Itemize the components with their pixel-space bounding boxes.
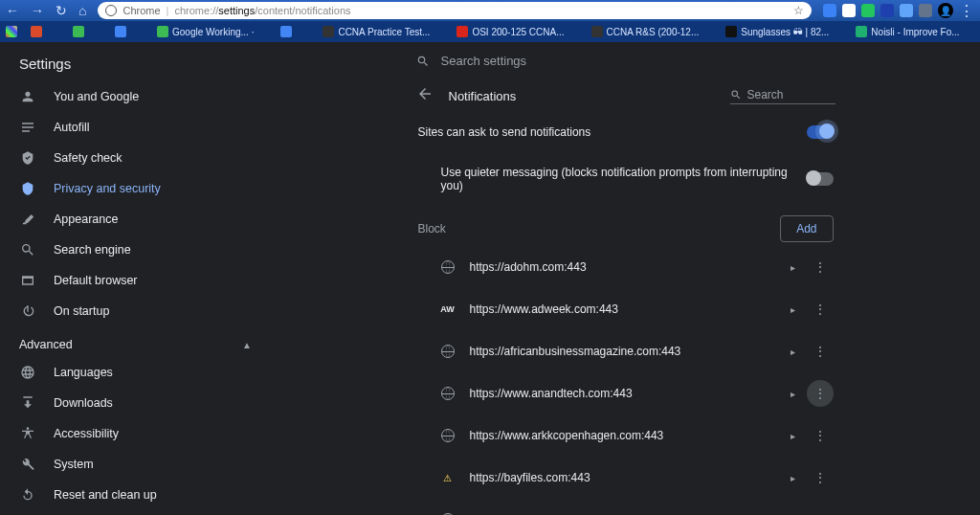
sidebar-item-label: Default browser: [54, 274, 138, 287]
ext-icon[interactable]: [823, 4, 836, 17]
block-section-label: Block: [418, 222, 446, 235]
sidebar-item-label: Privacy and security: [54, 182, 161, 195]
sidebar-item-on-startup[interactable]: On startup: [0, 296, 271, 326]
bookmark-item[interactable]: Noisli - Improve Fo...: [856, 26, 959, 37]
ext-icon[interactable]: [919, 4, 932, 17]
sidebar-item-you-and-google[interactable]: You and Google: [0, 81, 271, 112]
site-actions-menu[interactable]: ⋮: [807, 380, 834, 407]
site-expand-button[interactable]: ▸: [780, 304, 807, 315]
ext-icon[interactable]: [880, 4, 894, 17]
bookmark-item[interactable]: [115, 26, 130, 37]
bookmark-item[interactable]: [31, 26, 46, 37]
sidebar-item-label: Reset and clean up: [54, 488, 157, 502]
bookmarks-bar: Google Working... ·CCNA Practice Test...…: [0, 21, 980, 42]
bookmark-item[interactable]: OSI 200-125 CCNA...: [457, 26, 564, 37]
sidebar-item-safety-check[interactable]: Safety check: [0, 143, 271, 173]
sidebar-item-system[interactable]: System: [0, 449, 271, 480]
bookmark-item[interactable]: Sunglasses 🕶 | 82...: [725, 26, 829, 37]
ext-icon[interactable]: [842, 4, 856, 17]
sidebar-advanced-label: Advanced: [19, 338, 73, 351]
toggle-ask-notifications-label: Sites can ask to send notifications: [418, 125, 807, 139]
browser-toolbar: ← → ↻ ⌂ Chrome | chrome://settings/conte…: [0, 0, 980, 21]
site-expand-button[interactable]: ▸: [780, 347, 807, 357]
bookmark-star-icon[interactable]: ☆: [793, 4, 804, 17]
site-actions-menu[interactable]: ⋮: [807, 506, 834, 515]
panel-content: Sites can ask to send notifications Use …: [416, 112, 835, 515]
extension-icons: 👤 ⋮: [823, 2, 974, 20]
person-icon: [19, 88, 36, 105]
sidebar-item-label: Search engine: [54, 243, 131, 257]
settings-title: Settings: [0, 42, 271, 81]
toggle-ask-notifications[interactable]: [807, 125, 834, 139]
sidebar-item-languages[interactable]: Languages: [0, 357, 271, 388]
sidebar-advanced-toggle[interactable]: Advanced ▲: [0, 326, 271, 357]
site-url: https://www.anandtech.com:443: [457, 387, 780, 400]
sidebar-item-autofill[interactable]: Autofill: [0, 112, 271, 143]
autofill-icon: [19, 119, 36, 136]
ext-icon[interactable]: [861, 4, 875, 17]
site-expand-button[interactable]: ▸: [780, 389, 807, 399]
site-actions-menu[interactable]: ⋮: [807, 338, 834, 365]
site-expand-button[interactable]: ▸: [780, 262, 807, 273]
sidebar-item-label: Downloads: [54, 396, 113, 410]
panel-header: Notifications: [416, 76, 835, 112]
sidebar-item-reset-and-clean-up[interactable]: Reset and clean up: [0, 480, 271, 510]
panel-back-button[interactable]: [416, 85, 434, 106]
panel-search-input[interactable]: [747, 88, 824, 101]
settings-main: Notifications Sites can ask to send noti…: [271, 42, 980, 515]
chevron-up-icon: ▲: [242, 340, 252, 350]
site-expand-button[interactable]: ▸: [780, 431, 807, 441]
sidebar-item-downloads[interactable]: Downloads: [0, 388, 271, 418]
search-icon: [416, 55, 430, 68]
sidebar-item-privacy-and-security[interactable]: Privacy and security: [0, 173, 271, 204]
home-button[interactable]: ⌂: [78, 3, 86, 18]
blocked-site-row: https://adohm.com:443 ▸ ⋮: [416, 246, 835, 288]
address-bar[interactable]: Chrome | chrome://settings/content/notif…: [98, 2, 812, 19]
site-favicon: AW: [439, 301, 457, 318]
panel-search[interactable]: [730, 88, 835, 104]
sidebar-item-accessibility[interactable]: Accessibility: [0, 418, 271, 449]
download-icon: [19, 394, 36, 412]
site-actions-menu[interactable]: ⋮: [807, 296, 834, 323]
toggle-quieter-messaging-label: Use quieter messaging (blocks notificati…: [441, 166, 807, 192]
site-info-icon[interactable]: [105, 5, 117, 16]
site-url: https://www.arkkcopenhagen.com:443: [457, 429, 780, 442]
bookmark-item[interactable]: CCNA R&S (200-12...: [591, 26, 700, 37]
chrome-menu-icon[interactable]: ⋮: [959, 2, 974, 20]
url-text: chrome://settings/content/notifications: [174, 5, 350, 16]
site-actions-menu[interactable]: ⋮: [807, 254, 834, 280]
ext-icon[interactable]: [900, 4, 913, 17]
site-favicon: [439, 385, 457, 402]
sidebar-item-search-engine[interactable]: Search engine: [0, 235, 271, 265]
blocked-site-row: https://bizuganda.com:443 ▸ ⋮: [416, 499, 835, 515]
add-blocked-site-button[interactable]: Add: [780, 215, 833, 242]
bookmark-item[interactable]: CCNA Practice Test...: [323, 26, 430, 37]
sidebar-item-default-browser[interactable]: Default browser: [0, 265, 271, 296]
site-actions-menu[interactable]: ⋮: [807, 422, 834, 449]
site-expand-button[interactable]: ▸: [780, 473, 807, 483]
site-favicon: [439, 343, 457, 360]
bookmark-item[interactable]: [280, 26, 296, 37]
toggle-quieter-messaging-row: Use quieter messaging (blocks notificati…: [416, 152, 835, 206]
site-actions-menu[interactable]: ⋮: [807, 464, 834, 491]
reload-button[interactable]: ↻: [56, 3, 67, 18]
site-url: https://africanbusinessmagazine.com:443: [457, 345, 780, 358]
site-favicon: ⚠: [439, 469, 457, 486]
bookmark-item[interactable]: Google Working... ·: [157, 26, 254, 37]
blocked-site-row: ⚠ https://bayfiles.com:443 ▸ ⋮: [416, 457, 835, 499]
restore-icon: [19, 486, 36, 504]
back-button[interactable]: ←: [6, 3, 19, 18]
search-icon: [19, 241, 36, 258]
settings-search[interactable]: [416, 54, 835, 68]
sidebar-item-label: Appearance: [54, 213, 118, 226]
apps-button[interactable]: [6, 26, 17, 37]
bookmark-item[interactable]: [73, 26, 88, 37]
settings-sidebar: Settings You and GoogleAutofillSafety ch…: [0, 42, 271, 515]
toggle-quieter-messaging[interactable]: [807, 172, 834, 186]
settings-search-input[interactable]: [441, 54, 835, 68]
site-favicon: [439, 427, 457, 444]
forward-button[interactable]: →: [31, 3, 44, 18]
profile-avatar[interactable]: 👤: [938, 3, 953, 18]
site-favicon: [439, 258, 457, 276]
sidebar-item-appearance[interactable]: Appearance: [0, 204, 271, 235]
